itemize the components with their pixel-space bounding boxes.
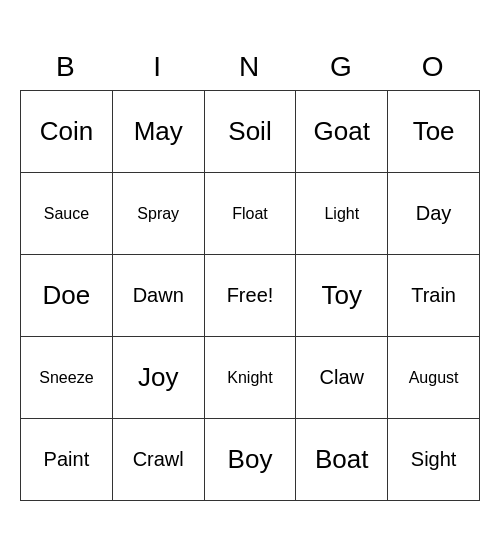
header-cell-g: G: [296, 43, 388, 91]
bingo-cell-0-2: Soil: [204, 91, 296, 173]
bingo-cell-1-2: Float: [204, 173, 296, 255]
header-row: BINGO: [21, 43, 480, 91]
bingo-cell-2-1: Dawn: [112, 255, 204, 337]
bingo-row-4: PaintCrawlBoyBoatSight: [21, 419, 480, 501]
header-cell-b: B: [21, 43, 113, 91]
bingo-cell-2-0: Doe: [21, 255, 113, 337]
bingo-card: BINGO CoinMaySoilGoatToeSauceSprayFloatL…: [20, 43, 480, 502]
bingo-cell-1-4: Day: [388, 173, 480, 255]
bingo-cell-1-0: Sauce: [21, 173, 113, 255]
bingo-cell-4-0: Paint: [21, 419, 113, 501]
bingo-cell-2-3: Toy: [296, 255, 388, 337]
bingo-row-3: SneezeJoyKnightClawAugust: [21, 337, 480, 419]
bingo-cell-1-1: Spray: [112, 173, 204, 255]
bingo-cell-3-3: Claw: [296, 337, 388, 419]
bingo-cell-4-2: Boy: [204, 419, 296, 501]
bingo-row-0: CoinMaySoilGoatToe: [21, 91, 480, 173]
bingo-cell-0-1: May: [112, 91, 204, 173]
bingo-cell-4-1: Crawl: [112, 419, 204, 501]
bingo-cell-2-4: Train: [388, 255, 480, 337]
bingo-cell-3-4: August: [388, 337, 480, 419]
header-cell-o: O: [388, 43, 480, 91]
bingo-cell-1-3: Light: [296, 173, 388, 255]
bingo-cell-0-3: Goat: [296, 91, 388, 173]
bingo-cell-3-0: Sneeze: [21, 337, 113, 419]
bingo-cell-0-4: Toe: [388, 91, 480, 173]
bingo-row-2: DoeDawnFree!ToyTrain: [21, 255, 480, 337]
bingo-cell-4-4: Sight: [388, 419, 480, 501]
header-cell-n: N: [204, 43, 296, 91]
bingo-cell-0-0: Coin: [21, 91, 113, 173]
bingo-cell-4-3: Boat: [296, 419, 388, 501]
bingo-cell-3-1: Joy: [112, 337, 204, 419]
bingo-row-1: SauceSprayFloatLightDay: [21, 173, 480, 255]
bingo-cell-2-2: Free!: [204, 255, 296, 337]
bingo-cell-3-2: Knight: [204, 337, 296, 419]
header-cell-i: I: [112, 43, 204, 91]
